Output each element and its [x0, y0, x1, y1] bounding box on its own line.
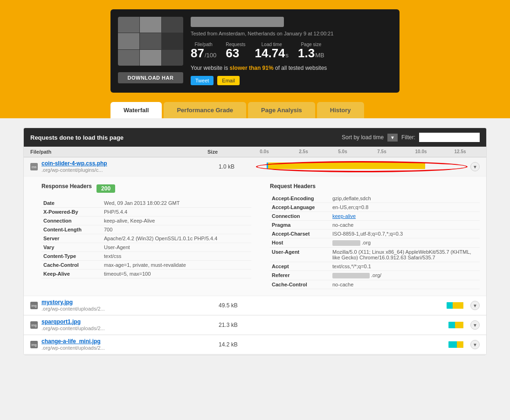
file-row-mystory: img mystory.jpg .org/wp-content/uploads/… [24, 296, 486, 316]
file-size-change-life: 14.2 kB [219, 341, 256, 348]
file-row-details-css: Response Headers 200 Date Wed, 09 Jan 20… [24, 176, 486, 296]
metric-load-time: Load time 14.74 s [255, 42, 289, 59]
col-header-size: Size [207, 149, 245, 155]
response-header-keep-alive: Keep-Alive timeout=5, max=100 [41, 270, 251, 278]
file-size-mystory: 49.5 kB [219, 302, 256, 309]
response-header-vary: Vary User-Agent [41, 243, 251, 252]
file-col-name-sparqport: sparqport1.jpg .org/wp-content/uploads/2… [41, 318, 219, 332]
file-row-change-life: img change-a-life_mini.jpg .org/wp-conte… [24, 335, 486, 355]
screenshot-preview [118, 17, 183, 66]
request-header-accept: Accept text/css,*/*;q=0.1 [270, 262, 480, 271]
request-header-user-agent: User-Agent Mozilla/5.0 (X11; Linux x86_6… [270, 248, 480, 262]
filter-label: Filter: [401, 134, 415, 141]
request-header-accept-charset: Accept-Charset ISO-8859-1,utf-8;q=0.7,*;… [270, 230, 480, 238]
file-timeline-mystory [256, 300, 468, 311]
response-headers-section: Response Headers 200 Date Wed, 09 Jan 20… [41, 183, 251, 289]
file-timeline-sparqport [256, 319, 468, 331]
file-size-sparqport: 21.3 kB [219, 322, 256, 328]
waterfall-panel-title: Requests done to load this page [30, 134, 124, 141]
metrics-row: File/path 87 /100 Requests 63 Load time [191, 42, 392, 59]
response-headers-title: Response Headers [41, 183, 92, 190]
file-row-main-sparqport[interactable]: img sparqport1.jpg .org/wp-content/uploa… [24, 316, 486, 335]
url-bar [191, 17, 284, 27]
col-header-file: File/path [30, 149, 207, 155]
file-col-name-mystory: mystory.jpg .org/wp-content/uploads/2... [41, 299, 219, 312]
tab-performance-grade[interactable]: Performance Grade [164, 102, 246, 118]
metric-page-size: Page size 1.3 MB [298, 42, 324, 59]
download-har-button[interactable]: DOWNLOAD HAR [118, 72, 183, 83]
sort-filter-area: Sort by load time ▼ Filter: [342, 133, 480, 142]
request-header-host: Host .org [270, 238, 480, 248]
file-timeline-change-life [256, 339, 468, 350]
sort-label: Sort by load time [342, 134, 384, 141]
response-header-connection: Connection keep-alive, Keep-Alive [41, 217, 251, 225]
file-name-link-change-life[interactable]: change-a-life_mini.jpg [41, 338, 101, 345]
response-header-date: Date Wed, 09 Jan 2013 18:00:22 GMT [41, 199, 251, 208]
file-row-main-mystory[interactable]: img mystory.jpg .org/wp-content/uploads/… [24, 296, 486, 315]
col-header-timeline: 0.0s 2.5s 5.0s 7.5s 10.0s 12.5s [245, 149, 480, 155]
response-header-cache-control: Cache-Control max-age=1, private, must-r… [41, 261, 251, 270]
response-header-content-type: Content-Type text/css [41, 252, 251, 261]
file-type-icon-jpg3: img [30, 341, 38, 348]
expand-button-change-life[interactable]: ▼ [470, 340, 480, 349]
filter-input[interactable] [419, 133, 480, 142]
request-headers-title: Request Headers [270, 183, 316, 190]
file-type-icon-jpg2: img [30, 321, 38, 329]
file-name-link-sparqport[interactable]: sparqport1.jpg [41, 318, 81, 325]
file-row-main-change-life[interactable]: img change-a-life_mini.jpg .org/wp-conte… [24, 335, 486, 354]
response-header-server: Server Apache/2.4.2 (Win32) OpenSSL/1.0.… [41, 234, 251, 243]
email-button[interactable]: Email [217, 76, 240, 85]
file-path-mystory: .org/wp-content/uploads/2... [41, 306, 105, 312]
slower-text: Your website is slower than 91% of all t… [191, 65, 392, 71]
file-timeline-css [256, 161, 468, 172]
file-col-name-css: coin-slider-4-wp.css.php .org/wp-content… [41, 160, 219, 173]
tab-page-analysis[interactable]: Page Analysis [248, 102, 315, 118]
request-header-referer: Referer .org/ [270, 271, 480, 280]
file-col-name-change-life: change-a-life_mini.jpg .org/wp-content/u… [41, 338, 219, 351]
request-header-cache-control: Cache-Control no-cache [270, 280, 480, 289]
tab-waterfall[interactable]: Waterfall [110, 102, 162, 118]
status-code-badge: 200 [96, 184, 115, 193]
top-bar: DOWNLOAD HAR Tested from Amsterdam, Neth… [0, 0, 510, 118]
tabs-bar: Waterfall Performance Grade Page Analysi… [110, 102, 400, 118]
waterfall-panel: Requests done to load this page Sort by … [23, 128, 487, 355]
request-header-accept-language: Accept-Language en-US,en;q=0.8 [270, 203, 480, 212]
tweet-button[interactable]: Tweet [191, 76, 214, 85]
file-size-css: 1.0 kB [219, 163, 256, 170]
table-header-row: File/path Size 0.0s 2.5s 5.0s 7.5s 10.0s… [24, 147, 486, 157]
file-row-main-css[interactable]: css coin-slider-4-wp.css.php .org/wp-con… [24, 157, 486, 176]
request-header-accept-encoding: Accept-Encoding gzip,deflate,sdch [270, 194, 480, 203]
tested-from-text: Tested from Amsterdam, Netherlands on Ja… [191, 31, 392, 36]
result-info: Tested from Amsterdam, Netherlands on Ja… [191, 17, 392, 85]
waterfall-panel-header: Requests done to load this page Sort by … [24, 128, 486, 147]
response-header-content-length: Content-Length 700 [41, 225, 251, 234]
file-type-icon-jpg1: img [30, 302, 38, 309]
file-row-sparqport: img sparqport1.jpg .org/wp-content/uploa… [24, 316, 486, 335]
metric-perf-grade: File/path 87 /100 [191, 42, 216, 59]
file-path-sparqport: .org/wp-content/uploads/2... [41, 325, 105, 331]
tab-history[interactable]: History [317, 102, 364, 118]
request-headers-section: Request Headers Accept-Encoding gzip,def… [270, 183, 480, 289]
request-headers-table: Accept-Encoding gzip,deflate,sdch Accept… [270, 194, 480, 289]
response-header-x-powered-by: X-Powered-By PHP/5.4.4 [41, 208, 251, 217]
file-path-change-life: .org/wp-content/uploads/2... [41, 345, 105, 351]
timeline-bar-css [267, 163, 426, 169]
referer-blurred [332, 273, 370, 278]
file-path-css: .org/wp-content/plugins/c... [41, 167, 103, 173]
expand-button-css[interactable]: ▼ [470, 162, 480, 171]
expand-button-mystory[interactable]: ▼ [470, 301, 480, 310]
file-row-css: css coin-slider-4-wp.css.php .org/wp-con… [24, 157, 486, 296]
metric-requests: Requests 63 [226, 42, 245, 59]
result-card: DOWNLOAD HAR Tested from Amsterdam, Neth… [110, 9, 400, 93]
file-name-link-mystory[interactable]: mystory.jpg [41, 299, 73, 305]
social-buttons: Tweet Email [191, 76, 392, 85]
main-content: Requests done to load this page Sort by … [0, 118, 510, 398]
request-header-connection: Connection keep-alive [270, 212, 480, 221]
request-header-pragma: Pragma no-cache [270, 221, 480, 230]
sort-dropdown-arrow[interactable]: ▼ [387, 134, 398, 142]
expand-button-sparqport[interactable]: ▼ [470, 320, 480, 330]
response-headers-table: Date Wed, 09 Jan 2013 18:00:22 GMT X-Pow… [41, 199, 251, 278]
file-type-icon-css: css [30, 163, 38, 170]
file-name-link-css[interactable]: coin-slider-4-wp.css.php [41, 160, 107, 167]
host-blurred [332, 240, 360, 246]
